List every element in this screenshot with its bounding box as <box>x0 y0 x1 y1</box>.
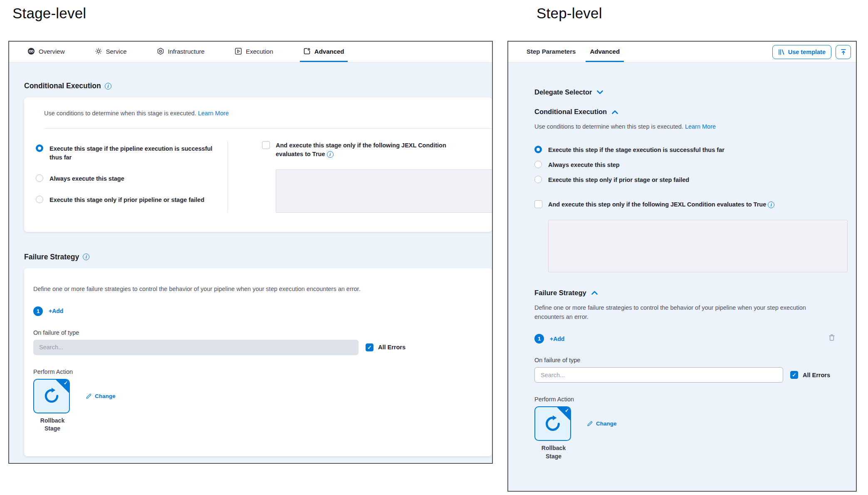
failure-strategy-description: Define one or more failure strategies to… <box>534 303 833 322</box>
add-strategy-button[interactable]: +Add <box>49 308 63 314</box>
tab-overview[interactable]: Overview <box>24 42 68 62</box>
jexl-condition-textarea[interactable] <box>548 220 848 272</box>
stage-level-title: Stage-level <box>12 5 86 22</box>
jexl-checkbox[interactable] <box>534 200 542 208</box>
strategy-1-badge[interactable]: 1 <box>534 334 544 343</box>
jexl-condition-checkbox-row[interactable]: And execute this stage only if the follo… <box>262 141 492 159</box>
radio-always-execute-stage[interactable]: Always execute this stage <box>36 174 228 183</box>
pencil-icon <box>86 393 92 399</box>
stage-level-panel: Overview Service Infrastructure Executio… <box>8 41 493 464</box>
perform-action-row: ✓ Change <box>534 406 848 441</box>
conditional-execution-description: Use conditions to determine when this st… <box>44 109 492 129</box>
strategy-1-badge[interactable]: 1 <box>33 306 43 316</box>
selected-action-name: Rollback Stage <box>534 444 573 460</box>
infrastructure-icon <box>157 47 164 55</box>
stage-condition-radio-group: Execute this stage if the pipeline execu… <box>36 141 228 213</box>
conditional-execution-heading: Conditional Execution i <box>24 82 492 90</box>
chevron-up-icon <box>612 110 618 114</box>
stage-jexl-column: And execute this stage only if the follo… <box>228 141 492 213</box>
rollback-stage-action-card[interactable]: ✓ <box>33 379 70 413</box>
failure-type-row: ✓ All Errors <box>33 340 492 355</box>
tab-label: Advanced <box>314 48 344 55</box>
step-advanced-content: Delegate Selector Conditional Execution … <box>508 62 856 490</box>
tab-infrastructure[interactable]: Infrastructure <box>153 42 208 62</box>
on-failure-label: On failure of type <box>33 329 492 336</box>
all-errors-checkbox[interactable]: ✓ <box>366 343 373 351</box>
tab-label: Overview <box>39 48 65 55</box>
execution-icon <box>235 47 242 55</box>
all-errors-label: All Errors <box>378 344 406 351</box>
failure-strategy-card: Define one or more failure strategies to… <box>24 268 492 456</box>
selected-check-icon: ✓ <box>565 408 569 413</box>
overview-icon <box>27 47 35 55</box>
radio-icon[interactable] <box>36 196 43 203</box>
radio-execute-if-prior-failed[interactable]: Execute this step only if prior stage or… <box>534 176 848 184</box>
step-tabbar: Step Parameters Advanced Use template <box>508 42 856 62</box>
perform-action-label: Perform Action <box>534 396 848 403</box>
jexl-checkbox[interactable] <box>262 141 270 149</box>
conditional-execution-heading[interactable]: Conditional Execution <box>534 108 848 116</box>
chevron-up-icon <box>591 291 598 295</box>
strategy-list-row: 1 +Add <box>33 306 492 316</box>
advanced-icon <box>303 47 311 55</box>
rollback-stage-action-card[interactable]: ✓ <box>534 406 571 441</box>
perform-action-row: ✓ Change <box>33 379 492 413</box>
tab-label: Execution <box>246 48 273 55</box>
stage-tabbar: Overview Service Infrastructure Executio… <box>9 42 492 62</box>
change-action-link[interactable]: Change <box>587 420 617 427</box>
tab-step-parameters[interactable]: Step Parameters <box>522 42 580 62</box>
conditional-execution-card: Use conditions to determine when this st… <box>24 97 492 232</box>
jexl-condition-textarea[interactable] <box>276 169 492 213</box>
selected-action-name: Rollback Stage <box>33 417 72 433</box>
on-failure-label: On failure of type <box>534 357 848 363</box>
radio-execute-if-stage-successful[interactable]: Execute this step if the stage execution… <box>534 146 848 154</box>
radio-execute-if-pipeline-successful[interactable]: Execute this stage if the pipeline execu… <box>36 144 228 162</box>
step-condition-radio-group: Execute this step if the stage execution… <box>534 146 848 184</box>
perform-action-label: Perform Action <box>33 368 492 375</box>
strategy-list-row: 1 +Add <box>534 334 848 343</box>
failure-type-search-input[interactable] <box>33 340 359 355</box>
radio-execute-if-prior-failed[interactable]: Execute this stage only if prior pipelin… <box>36 196 228 204</box>
all-errors-checkbox[interactable]: ✓ <box>790 371 798 379</box>
upload-template-button[interactable] <box>836 45 851 59</box>
radio-icon[interactable] <box>534 146 542 153</box>
failure-type-search-input[interactable] <box>534 367 783 383</box>
service-icon <box>95 47 102 55</box>
change-action-link[interactable]: Change <box>86 393 116 399</box>
info-icon[interactable]: i <box>768 201 774 208</box>
radio-icon[interactable] <box>36 144 43 152</box>
upload-icon <box>840 49 847 55</box>
add-strategy-button[interactable]: +Add <box>550 336 564 342</box>
tab-service[interactable]: Service <box>91 42 130 62</box>
delete-strategy-button[interactable] <box>828 334 835 341</box>
screen: Stage-level Step-level Overview Service <box>0 0 868 495</box>
conditional-execution-description: Use conditions to determine when this st… <box>534 122 848 132</box>
all-errors-label: All Errors <box>803 372 830 378</box>
tabbar-spacer <box>630 42 772 62</box>
jexl-condition-checkbox-row[interactable]: And execute this step only if the follow… <box>534 200 848 209</box>
info-icon[interactable]: i <box>105 83 111 90</box>
tab-advanced[interactable]: Advanced <box>300 42 348 62</box>
step-level-title: Step-level <box>537 5 602 22</box>
tab-step-advanced[interactable]: Advanced <box>586 42 624 62</box>
learn-more-link[interactable]: Learn More <box>198 110 229 117</box>
trash-icon <box>828 334 835 341</box>
info-icon[interactable]: i <box>327 151 334 158</box>
radio-icon[interactable] <box>36 174 43 182</box>
conditional-execution-columns: Execute this stage if the pipeline execu… <box>36 129 492 213</box>
use-template-button[interactable]: Use template <box>772 45 831 59</box>
radio-always-execute-step[interactable]: Always execute this step <box>534 161 848 169</box>
tab-label: Service <box>106 48 127 55</box>
radio-icon[interactable] <box>534 176 542 183</box>
stage-advanced-content: Conditional Execution i Use conditions t… <box>9 62 492 463</box>
delegate-selector-heading[interactable]: Delegate Selector <box>534 88 848 96</box>
info-icon[interactable]: i <box>83 254 89 260</box>
failure-strategy-description: Define one or more failure strategies to… <box>33 285 492 294</box>
template-library-icon <box>778 49 785 55</box>
tab-execution[interactable]: Execution <box>231 42 277 62</box>
failure-strategy-heading[interactable]: Failure Strategy <box>534 289 848 297</box>
radio-icon[interactable] <box>534 161 542 168</box>
step-level-panel: Step Parameters Advanced Use template <box>507 41 857 492</box>
tab-label: Advanced <box>590 48 620 55</box>
learn-more-link[interactable]: Learn More <box>685 123 716 130</box>
